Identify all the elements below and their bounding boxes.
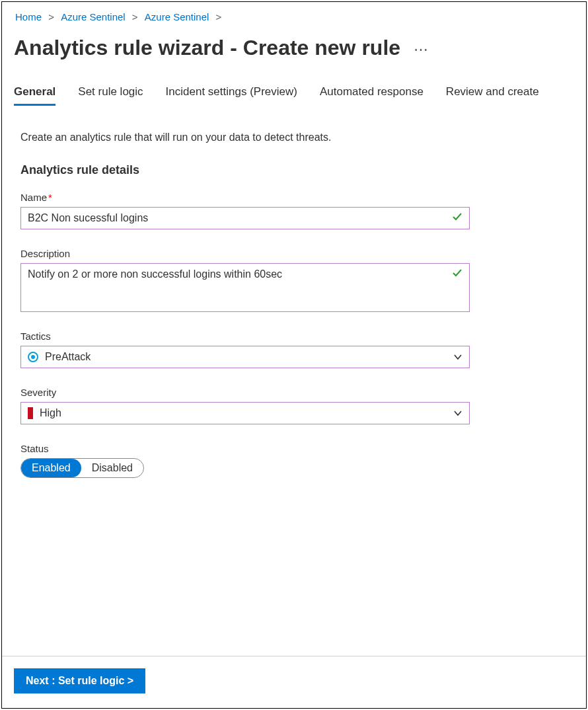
target-icon — [28, 352, 38, 362]
tab-review-create[interactable]: Review and create — [446, 85, 539, 106]
breadcrumb-separator: > — [216, 11, 222, 22]
severity-color-icon — [28, 407, 33, 419]
name-input[interactable] — [28, 208, 447, 229]
breadcrumb-separator: > — [132, 11, 138, 22]
tab-bar: General Set rule logic Incident settings… — [14, 85, 574, 106]
checkmark-icon — [452, 264, 462, 282]
tab-automated-response[interactable]: Automated response — [320, 85, 423, 106]
status-label: Status — [20, 443, 470, 454]
tactics-label: Tactics — [20, 331, 470, 342]
tab-incident-settings[interactable]: Incident settings (Preview) — [166, 85, 297, 106]
breadcrumb: Home > Azure Sentinel > Azure Sentinel > — [14, 11, 574, 22]
wizard-footer: Next : Set rule logic > — [2, 656, 586, 708]
name-label: Name* — [20, 192, 470, 203]
required-indicator: * — [48, 192, 52, 203]
more-actions-button[interactable]: ⋯ — [414, 36, 429, 57]
tab-general[interactable]: General — [14, 85, 55, 106]
tab-set-rule-logic[interactable]: Set rule logic — [78, 85, 143, 106]
description-input[interactable] — [28, 264, 447, 311]
description-label: Description — [20, 248, 470, 259]
next-button[interactable]: Next : Set rule logic > — [14, 668, 145, 693]
breadcrumb-separator: > — [48, 11, 54, 22]
intro-text: Create an analytics rule that will run o… — [20, 132, 574, 143]
section-title: Analytics rule details — [20, 163, 574, 177]
status-disabled-option[interactable]: Disabled — [81, 459, 143, 477]
chevron-down-icon — [453, 352, 462, 362]
page-title: Analytics rule wizard - Create new rule — [14, 36, 400, 60]
chevron-down-icon — [453, 409, 462, 418]
severity-label: Severity — [20, 387, 470, 398]
tactics-select[interactable]: PreAttack — [20, 346, 470, 368]
severity-value: High — [40, 403, 448, 424]
status-enabled-option[interactable]: Enabled — [21, 459, 81, 477]
status-toggle[interactable]: Enabled Disabled — [20, 458, 144, 478]
breadcrumb-link-sentinel-1[interactable]: Azure Sentinel — [61, 11, 126, 22]
breadcrumb-link-sentinel-2[interactable]: Azure Sentinel — [145, 11, 209, 22]
severity-select[interactable]: High — [20, 402, 470, 424]
breadcrumb-link-home[interactable]: Home — [15, 11, 42, 22]
checkmark-icon — [452, 212, 462, 225]
tactics-value: PreAttack — [45, 346, 448, 368]
